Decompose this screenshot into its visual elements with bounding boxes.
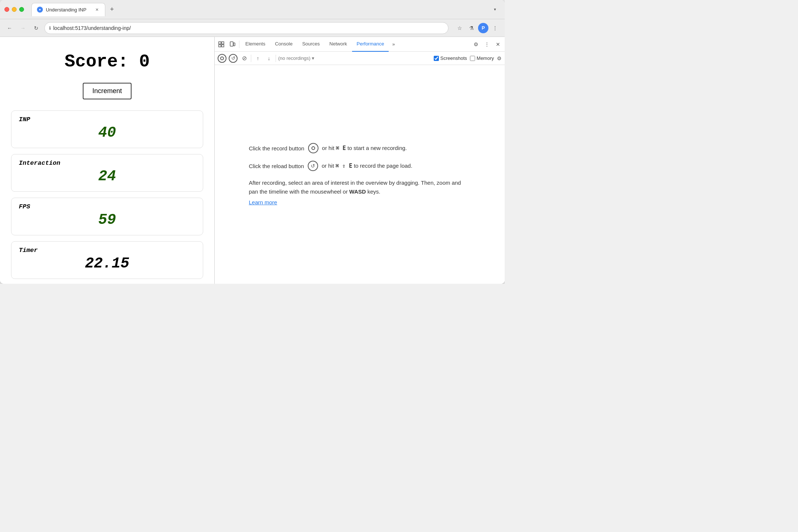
memory-checkbox[interactable] bbox=[470, 56, 475, 61]
maximize-window-button[interactable] bbox=[19, 7, 24, 12]
screenshots-checkbox[interactable] bbox=[434, 56, 439, 61]
back-button[interactable]: ← bbox=[4, 23, 15, 33]
devtools-tabs-bar: Elements Console Sources Network Perform… bbox=[215, 37, 505, 52]
metric-label-interaction: Interaction bbox=[19, 160, 195, 167]
traffic-lights bbox=[4, 7, 24, 12]
reload-instruction-before: Click the reload button bbox=[249, 163, 304, 169]
record-button[interactable] bbox=[218, 54, 226, 63]
record-instruction-row: Click the record button or hit ⌘ E to st… bbox=[249, 143, 471, 153]
tab-favicon-icon: ● bbox=[37, 7, 43, 13]
download-recording-button[interactable]: ↓ bbox=[265, 54, 273, 63]
screenshots-checkbox-label[interactable]: Screenshots bbox=[434, 55, 467, 61]
reload-instruction-row: Click the reload button ↺ or hit ⌘ ⇧ E t… bbox=[249, 161, 471, 171]
score-value: 0 bbox=[139, 52, 150, 72]
minimize-window-button[interactable] bbox=[12, 7, 17, 12]
profile-icon[interactable]: P bbox=[478, 23, 488, 33]
tab-sources[interactable]: Sources bbox=[298, 37, 324, 52]
browser-window: ● Understanding INP ✕ + ▾ ← → ↻ ℹ localh… bbox=[0, 0, 505, 284]
tab-performance[interactable]: Performance bbox=[352, 37, 388, 52]
increment-button[interactable]: Increment bbox=[83, 83, 132, 99]
metric-card-timer: Timer 22.15 bbox=[11, 241, 203, 279]
extra-instruction: After recording, select an area of inter… bbox=[249, 178, 471, 196]
metric-card-interaction: Interaction 24 bbox=[11, 154, 203, 192]
toolbar-separator-2 bbox=[251, 55, 251, 62]
devtools-more-icon[interactable]: ⋮ bbox=[482, 39, 492, 50]
record-instruction-before: Click the record button bbox=[249, 145, 304, 151]
record-inner-icon bbox=[220, 57, 224, 60]
metric-value-fps: 59 bbox=[19, 212, 195, 228]
toolbar-separator-3 bbox=[276, 55, 276, 62]
title-bar: ● Understanding INP ✕ + ▾ bbox=[0, 0, 505, 19]
tab-network[interactable]: Network bbox=[325, 37, 352, 52]
metric-label-inp: INP bbox=[19, 116, 195, 123]
metric-label-fps: FPS bbox=[19, 203, 195, 210]
browser-toolbar-icons: ☆ ⚗ P ⋮ bbox=[454, 23, 500, 33]
score-display: Score: 0 bbox=[11, 52, 203, 72]
svg-rect-4 bbox=[230, 42, 233, 46]
performance-settings-icon[interactable]: ⚙ bbox=[497, 55, 502, 61]
record-inline-icon bbox=[308, 143, 318, 153]
upload-recording-button[interactable]: ↑ bbox=[253, 54, 262, 63]
webpage: Score: 0 Increment INP 40 Interaction 24… bbox=[0, 37, 214, 284]
devtools-close-button[interactable]: ✕ bbox=[493, 39, 503, 50]
score-label: Score: bbox=[65, 52, 129, 72]
record-instruction-after: or hit ⌘ E to start a new recording. bbox=[322, 144, 407, 152]
new-tab-button[interactable]: + bbox=[107, 4, 117, 15]
content-area: Score: 0 Increment INP 40 Interaction 24… bbox=[0, 37, 505, 284]
metric-value-timer: 22.15 bbox=[19, 255, 195, 272]
browser-tab-active[interactable]: ● Understanding INP ✕ bbox=[31, 3, 105, 16]
record-shortcut: ⌘ E bbox=[336, 145, 346, 151]
forward-button[interactable]: → bbox=[18, 23, 28, 33]
svg-rect-2 bbox=[219, 45, 221, 47]
learn-more-link[interactable]: Learn more bbox=[249, 199, 277, 205]
instructions-block: Click the record button or hit ⌘ E to st… bbox=[249, 143, 471, 206]
toolbar-separator-1 bbox=[239, 41, 239, 48]
close-window-button[interactable] bbox=[4, 7, 9, 12]
metric-value-interaction: 24 bbox=[19, 168, 195, 185]
devtools-device-icon[interactable] bbox=[227, 39, 238, 50]
svg-rect-5 bbox=[233, 43, 235, 46]
bookmark-icon[interactable]: ☆ bbox=[454, 23, 465, 33]
security-icon: ℹ bbox=[49, 25, 51, 31]
menu-icon[interactable]: ⋮ bbox=[490, 23, 500, 33]
extensions-icon[interactable]: ⚗ bbox=[466, 23, 477, 33]
metric-card-fps: FPS 59 bbox=[11, 198, 203, 235]
panels-overflow-button[interactable]: » bbox=[389, 41, 398, 47]
svg-rect-1 bbox=[222, 42, 224, 44]
reload-button[interactable]: ↻ bbox=[31, 23, 41, 33]
reload-inline-icon: ↺ bbox=[308, 161, 318, 171]
clear-recording-button[interactable]: ⊘ bbox=[240, 54, 249, 63]
address-bar: ← → ↻ ℹ localhost:5173/understanding-inp… bbox=[0, 19, 505, 37]
recording-dropdown-icon[interactable]: ▾ bbox=[312, 55, 314, 61]
reload-page-button[interactable]: ↺ bbox=[229, 54, 238, 63]
recording-selector[interactable]: (no recordings) ▾ bbox=[278, 55, 314, 61]
tab-bar: ● Understanding INP ✕ + ▾ bbox=[31, 3, 500, 16]
metric-value-inp: 40 bbox=[19, 125, 195, 141]
screenshots-label: Screenshots bbox=[440, 55, 467, 61]
tab-title: Understanding INP bbox=[46, 7, 86, 13]
devtools-content-area: Click the record button or hit ⌘ E to st… bbox=[215, 65, 505, 284]
memory-label: Memory bbox=[477, 55, 494, 61]
tab-close-button[interactable]: ✕ bbox=[94, 7, 100, 13]
metric-card-inp: INP 40 bbox=[11, 110, 203, 148]
reload-instruction-after: or hit ⌘ ⇧ E to record the page load. bbox=[322, 162, 412, 170]
tab-elements[interactable]: Elements bbox=[241, 37, 270, 52]
devtools-secondary-toolbar: ↺ ⊘ ↑ ↓ (no recordings) ▾ Screenshots bbox=[215, 52, 505, 65]
svg-rect-3 bbox=[222, 45, 224, 47]
reload-shortcut: ⌘ ⇧ E bbox=[335, 163, 352, 169]
devtools-inspect-icon[interactable] bbox=[216, 39, 226, 50]
recording-placeholder: (no recordings) bbox=[278, 55, 310, 61]
metric-label-timer: Timer bbox=[19, 247, 195, 254]
memory-checkbox-label[interactable]: Memory bbox=[470, 55, 494, 61]
devtools-settings-icon[interactable]: ⚙ bbox=[471, 39, 481, 50]
tab-list-dropdown[interactable]: ▾ bbox=[490, 4, 500, 15]
tab-console[interactable]: Console bbox=[270, 37, 297, 52]
wasd-keys: WASD bbox=[349, 188, 366, 195]
devtools-panel: Elements Console Sources Network Perform… bbox=[214, 37, 505, 284]
url-bar[interactable]: ℹ localhost:5173/understanding-inp/ bbox=[44, 22, 449, 34]
svg-rect-0 bbox=[219, 42, 221, 44]
url-text: localhost:5173/understanding-inp/ bbox=[53, 25, 131, 31]
